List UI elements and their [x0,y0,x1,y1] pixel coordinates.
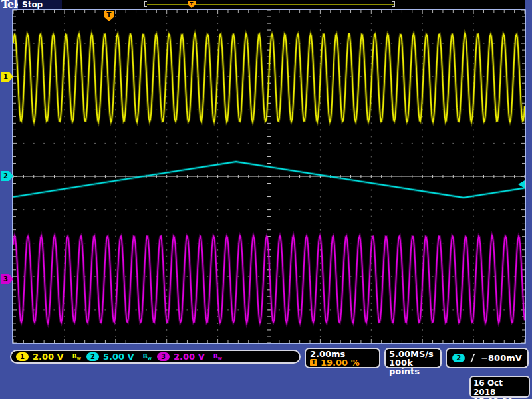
acquisition-status: Stop [18,0,62,9]
record-window-right-bracket[interactable] [392,1,395,7]
ch1-scale: 2.00 V [33,352,64,362]
record-window-left-bracket[interactable] [144,1,147,7]
record-view-strip [62,0,525,9]
date-label: 16 Oct 2018 [473,378,526,397]
ch3-scale: 2.00 V [174,352,205,362]
timebase-readout[interactable]: 2.00ms T 19.00 % [305,348,380,368]
trigger-readout[interactable]: 2 −800mV [446,348,529,368]
record-length: 100k points [389,358,437,367]
oscilloscope-screen: Tek Stop TT 1 2 3 1 2.00 V Bw 2 5.00 V B… [0,0,532,399]
horizontal-position: 19.00 % [321,358,360,367]
ch3-bandwidth-icon: Bw [213,352,222,362]
ch2-bandwidth-icon: Bw [143,352,152,362]
trigger-position-icon: T [310,359,317,366]
ch1-badge[interactable]: 1 [16,352,29,361]
ch3-badge[interactable]: 3 [157,352,170,361]
trigger-level: −800mV [481,353,522,363]
record-view-line [147,4,394,5]
acquisition-readout[interactable]: 5.00MS/s 100k points [384,348,442,368]
trigger-source-badge: 2 [452,354,465,362]
ch2-scale: 5.00 V [103,352,134,362]
ch2-badge[interactable]: 2 [86,352,99,361]
graticule [12,9,526,344]
ch1-bandwidth-icon: Bw [72,352,81,362]
channel-readout-bar[interactable]: 1 2.00 V Bw 2 5.00 V Bw 3 2.00 V Bw [10,350,301,364]
rising-edge-icon [469,353,476,363]
datetime-readout: 16 Oct 2018 15:03:39 [469,376,530,398]
